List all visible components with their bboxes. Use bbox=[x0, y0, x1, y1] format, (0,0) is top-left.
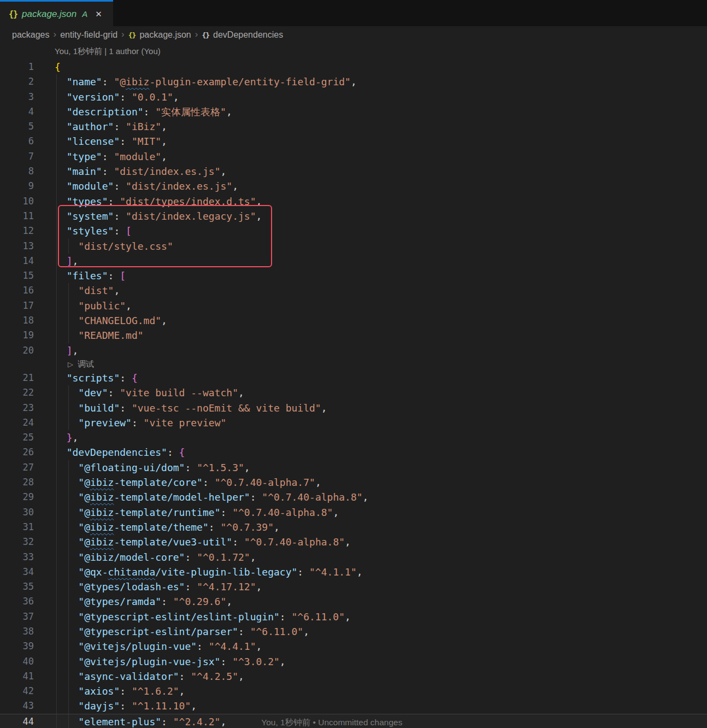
line-number[interactable]: 44 bbox=[0, 714, 34, 728]
line-number[interactable]: 18 bbox=[0, 313, 34, 328]
code-line-24[interactable]: 24 "preview": "vite preview" bbox=[0, 415, 707, 430]
line-number[interactable]: 11 bbox=[0, 209, 34, 224]
code-line-20[interactable]: 20 ], bbox=[0, 343, 707, 358]
code-line-40[interactable]: 40 "@vitejs/plugin-vue-jsx": "^3.0.2", bbox=[0, 654, 707, 669]
code-line-19[interactable]: 19 "README.md" bbox=[0, 328, 707, 343]
line-number[interactable]: 6 bbox=[0, 134, 34, 149]
codelens-authors[interactable]: You, 1秒钟前 | 1 author (You) bbox=[0, 44, 707, 60]
code-line-38[interactable]: 38 "@typescript-eslint/parser": "^6.11.0… bbox=[0, 624, 707, 639]
line-number[interactable]: 20 bbox=[0, 343, 34, 358]
line-number[interactable]: 21 bbox=[0, 371, 34, 385]
code-line-42[interactable]: 42 "axios": "^1.6.2", bbox=[0, 684, 707, 698]
code-line-31[interactable]: 31 "@ibiz-template/theme": "^0.7.39", bbox=[0, 520, 707, 535]
line-number[interactable]: 1 bbox=[0, 60, 34, 74]
code-line-12[interactable]: 12 "styles": [ bbox=[0, 224, 707, 238]
tab-package-json[interactable]: {} package.json A ✕ bbox=[0, 0, 113, 26]
line-number[interactable]: 15 bbox=[0, 268, 34, 283]
code-line-21[interactable]: 21 "scripts": { bbox=[0, 371, 707, 385]
code-line-3[interactable]: 3 "version": "0.0.1", bbox=[0, 90, 707, 104]
breadcrumb-item-entity-field-grid[interactable]: entity-field-grid bbox=[60, 30, 117, 40]
code-line-9[interactable]: 9 "module": "dist/index.es.js", bbox=[0, 179, 707, 193]
code-line-7[interactable]: 7 "type": "module", bbox=[0, 149, 707, 164]
line-number[interactable]: 14 bbox=[0, 254, 34, 268]
code-line-14[interactable]: 14 ], bbox=[0, 254, 707, 268]
line-number[interactable]: 23 bbox=[0, 401, 34, 415]
code-line-34[interactable]: 34 "@qx-chitanda/vite-plugin-lib-legacy"… bbox=[0, 565, 707, 579]
line-number[interactable]: 26 bbox=[0, 445, 34, 460]
line-number[interactable]: 17 bbox=[0, 298, 34, 313]
line-number[interactable]: 5 bbox=[0, 119, 34, 134]
line-number[interactable]: 3 bbox=[0, 90, 34, 104]
code-line-26[interactable]: 26 "devDependencies": { bbox=[0, 445, 707, 460]
line-number[interactable]: 22 bbox=[0, 385, 34, 400]
code-line-17[interactable]: 17 "public", bbox=[0, 298, 707, 313]
line-number[interactable]: 2 bbox=[0, 74, 34, 89]
code-line-27[interactable]: 27 "@floating-ui/dom": "^1.5.3", bbox=[0, 460, 707, 475]
breadcrumb-item-package-json[interactable]: package.json bbox=[139, 30, 191, 40]
indent-guide bbox=[68, 505, 69, 520]
code-line-44[interactable]: 44 "element-plus": "^2.4.2",You, 1秒钟前 • … bbox=[0, 714, 707, 728]
code-line-25[interactable]: 25 }, bbox=[0, 430, 707, 445]
code-line-35[interactable]: 35 "@types/lodash-es": "^4.17.12", bbox=[0, 579, 707, 594]
line-number[interactable]: 24 bbox=[0, 415, 34, 430]
line-number[interactable]: 27 bbox=[0, 460, 34, 475]
code-line-13[interactable]: 13 "dist/style.css" bbox=[0, 239, 707, 254]
code-line-32[interactable]: 32 "@ibiz-template/vue3-util": "^0.7.40-… bbox=[0, 535, 707, 549]
codelens-debug[interactable]: ▷调试 bbox=[0, 358, 707, 371]
line-number[interactable]: 33 bbox=[0, 550, 34, 565]
line-number[interactable]: 38 bbox=[0, 624, 34, 639]
code-text: "@ibiz-template/runtime": "^0.7.40-alpha… bbox=[34, 505, 707, 520]
line-number[interactable]: 37 bbox=[0, 609, 34, 624]
line-number[interactable]: 8 bbox=[0, 164, 34, 179]
code-line-29[interactable]: 29 "@ibiz-template/model-helper": "^0.7.… bbox=[0, 490, 707, 504]
line-number[interactable]: 4 bbox=[0, 104, 34, 119]
line-number[interactable]: 7 bbox=[0, 149, 34, 164]
line-number[interactable]: 40 bbox=[0, 654, 34, 669]
line-number[interactable]: 41 bbox=[0, 669, 34, 684]
line-number[interactable]: 35 bbox=[0, 579, 34, 594]
line-number[interactable]: 9 bbox=[0, 179, 34, 193]
breadcrumb-item-devdependencies[interactable]: devDependencies bbox=[213, 30, 283, 40]
line-number[interactable]: 34 bbox=[0, 565, 34, 579]
code-line-2[interactable]: 2 "name": "@ibiz-plugin-example/entity-f… bbox=[0, 74, 707, 89]
line-number[interactable]: 12 bbox=[0, 224, 34, 238]
line-number[interactable]: 19 bbox=[0, 328, 34, 343]
code-line-10[interactable]: 10 "types": "dist/types/index.d.ts", bbox=[0, 194, 707, 209]
code-line-41[interactable]: 41 "async-validator": "^4.2.5", bbox=[0, 669, 707, 684]
line-number[interactable]: 32 bbox=[0, 535, 34, 549]
code-line-43[interactable]: 43 "dayjs": "^1.11.10", bbox=[0, 698, 707, 713]
code-line-28[interactable]: 28 "@ibiz-template/core": "^0.7.40-alpha… bbox=[0, 475, 707, 490]
line-number[interactable]: 39 bbox=[0, 639, 34, 654]
code-line-23[interactable]: 23 "build": "vue-tsc --noEmit && vite bu… bbox=[0, 401, 707, 415]
line-number[interactable]: 30 bbox=[0, 505, 34, 520]
indent-guide bbox=[56, 698, 57, 713]
code-line-39[interactable]: 39 "@vitejs/plugin-vue": "^4.4.1", bbox=[0, 639, 707, 654]
code-line-1[interactable]: 1{ bbox=[0, 60, 707, 74]
code-line-5[interactable]: 5 "author": "iBiz", bbox=[0, 119, 707, 134]
code-line-8[interactable]: 8 "main": "dist/index.es.js", bbox=[0, 164, 707, 179]
line-number[interactable]: 29 bbox=[0, 490, 34, 504]
code-line-4[interactable]: 4 "description": "实体属性表格", bbox=[0, 104, 707, 119]
line-number[interactable]: 36 bbox=[0, 594, 34, 609]
code-line-11[interactable]: 11 "system": "dist/index.legacy.js", bbox=[0, 209, 707, 224]
line-number[interactable]: 43 bbox=[0, 698, 34, 713]
code-line-36[interactable]: 36 "@types/ramda": "^0.29.6", bbox=[0, 594, 707, 609]
breadcrumb-item-packages[interactable]: packages bbox=[12, 30, 50, 40]
code-line-18[interactable]: 18 "CHANGELOG.md", bbox=[0, 313, 707, 328]
close-icon[interactable]: ✕ bbox=[95, 9, 102, 19]
code-line-16[interactable]: 16 "dist", bbox=[0, 283, 707, 298]
code-line-6[interactable]: 6 "license": "MIT", bbox=[0, 134, 707, 149]
line-number[interactable]: 10 bbox=[0, 194, 34, 209]
line-number[interactable]: 25 bbox=[0, 430, 34, 445]
code-line-37[interactable]: 37 "@typescript-eslint/eslint-plugin": "… bbox=[0, 609, 707, 624]
line-number[interactable]: 13 bbox=[0, 239, 34, 254]
code-line-22[interactable]: 22 "dev": "vite build --watch", bbox=[0, 385, 707, 400]
line-number[interactable]: 28 bbox=[0, 475, 34, 490]
code-line-15[interactable]: 15 "files": [ bbox=[0, 268, 707, 283]
line-number[interactable]: 31 bbox=[0, 520, 34, 535]
editor[interactable]: You, 1秒钟前 | 1 author (You) 1{2 "name": "… bbox=[0, 44, 707, 728]
code-line-33[interactable]: 33 "@ibiz/model-core": "^0.1.72", bbox=[0, 550, 707, 565]
line-number[interactable]: 42 bbox=[0, 684, 34, 698]
line-number[interactable]: 16 bbox=[0, 283, 34, 298]
code-line-30[interactable]: 30 "@ibiz-template/runtime": "^0.7.40-al… bbox=[0, 505, 707, 520]
